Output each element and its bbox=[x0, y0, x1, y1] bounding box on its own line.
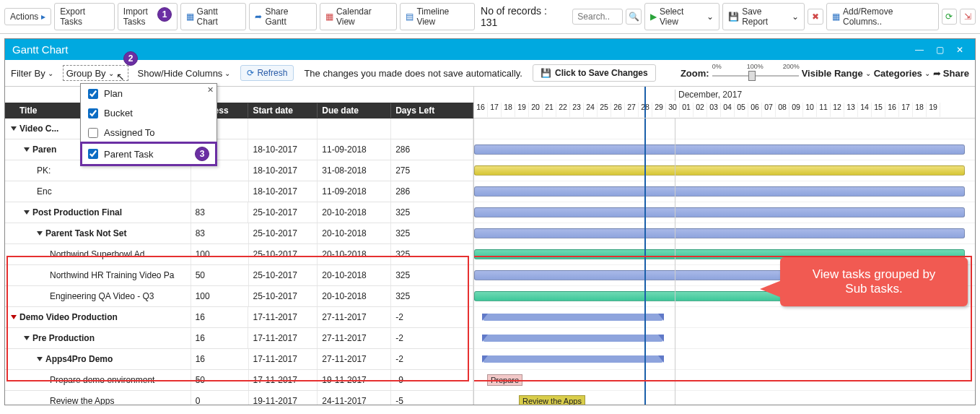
minimize-button[interactable]: — bbox=[911, 44, 927, 56]
expand-caret-icon[interactable] bbox=[24, 336, 30, 340]
refresh-button[interactable]: ⟳ Refresh bbox=[240, 65, 294, 81]
grid-row[interactable]: Enc18-10-201711-09-2018286 bbox=[5, 181, 473, 202]
visible-range-button[interactable]: Visible Range ⌄ bbox=[802, 68, 871, 79]
gantt-bar[interactable] bbox=[474, 165, 965, 176]
grid-row[interactable]: Parent Task Not Set8325-10-201720-10-201… bbox=[5, 223, 473, 244]
timeline-day: 07 bbox=[762, 103, 776, 117]
refresh-icon-button[interactable]: ⟳ bbox=[942, 9, 958, 25]
timeline-day: 06 bbox=[748, 103, 762, 117]
save-changes-button[interactable]: 💾 Click to Save Changes bbox=[533, 64, 656, 82]
grid-row[interactable]: Post Production Final8325-10-201720-10-2… bbox=[5, 202, 473, 223]
timeline-day: 16 bbox=[885, 103, 899, 117]
expand-caret-icon[interactable] bbox=[11, 315, 17, 319]
share-gantt-button[interactable]: ➦ Share Gantt bbox=[249, 3, 317, 30]
bucket-checkbox[interactable] bbox=[88, 108, 98, 118]
zoom-thumb[interactable] bbox=[748, 71, 756, 81]
grid-row[interactable]: PK:18-10-201731-08-2018275 bbox=[5, 160, 473, 181]
task-label[interactable]: Review the Apps bbox=[519, 395, 585, 405]
share-gantt-label: Share Gantt bbox=[265, 7, 311, 27]
col-due[interactable]: Due date bbox=[318, 103, 391, 118]
save-icon: 💾 bbox=[541, 68, 551, 78]
grid-row[interactable]: Pre Production1617-11-201727-11-2017-2 bbox=[5, 328, 473, 349]
cell-title: Engineering QA Video - Q3 bbox=[5, 286, 191, 306]
dropdown-item-assigned-to[interactable]: Assigned To bbox=[81, 123, 216, 142]
row-title: Paren bbox=[32, 145, 56, 155]
timeline-day: 12 bbox=[831, 103, 844, 117]
timeline-row bbox=[474, 223, 975, 244]
add-remove-columns-button[interactable]: ▦ Add/Remove Columns.. bbox=[826, 3, 939, 30]
grid-row[interactable]: Northwind HR Training Video Pa5025-10-20… bbox=[5, 265, 473, 286]
today-line-body bbox=[644, 118, 646, 405]
expand-caret-icon[interactable] bbox=[11, 126, 17, 131]
expand-caret-icon[interactable] bbox=[37, 231, 43, 236]
grid-row[interactable]: Northwind Superbowl Ad10025-10-201720-10… bbox=[5, 244, 473, 265]
grid-pane: Title ..ogress Start date Due date Days … bbox=[5, 87, 474, 405]
grid-row[interactable]: Apps4Pro Demo1617-11-201727-11-2017-2 bbox=[5, 349, 473, 370]
dropdown-item-parent-task[interactable]: Parent Task 3 bbox=[81, 142, 216, 165]
share-icon: ➦ bbox=[255, 12, 262, 22]
show-hide-columns-button[interactable]: Show/Hide Columns ⌄ bbox=[138, 68, 231, 79]
cell-due: 27-11-2017 bbox=[318, 307, 391, 327]
gantt-bar[interactable] bbox=[483, 355, 663, 363]
cell-title: Northwind HR Training Video Pa bbox=[5, 265, 191, 285]
share-label: Share bbox=[943, 68, 969, 79]
expand-caret-icon[interactable] bbox=[37, 357, 43, 361]
search-button[interactable]: 🔍 bbox=[626, 9, 642, 25]
row-title: Enc bbox=[37, 186, 52, 197]
gantt-bar[interactable] bbox=[483, 335, 663, 342]
task-label[interactable]: Prepare bbox=[487, 374, 522, 386]
grid-row[interactable]: Paren18-10-201711-09-2018286 bbox=[5, 139, 473, 160]
cell-days: 275 bbox=[391, 160, 473, 181]
select-view-button[interactable]: ▶ Select View ⌄ bbox=[644, 3, 719, 30]
gantt-bar[interactable] bbox=[483, 314, 663, 321]
cell-progress: 16 bbox=[191, 307, 249, 327]
categories-button[interactable]: Categories ⌄ bbox=[874, 68, 930, 79]
month-line bbox=[675, 118, 675, 405]
plan-checkbox[interactable] bbox=[88, 89, 98, 99]
grid-row[interactable]: Prepare demo environment5017-11-201719-1… bbox=[5, 370, 473, 391]
maximize-button[interactable]: ▢ bbox=[932, 44, 948, 56]
badge-3: 3 bbox=[195, 147, 209, 161]
timeline-day: 17 bbox=[899, 103, 913, 117]
zoom-slider[interactable]: 0% 100% 200% bbox=[712, 64, 799, 82]
gantt-bar[interactable] bbox=[474, 186, 965, 197]
expand-caret-icon[interactable] bbox=[24, 210, 30, 215]
parent-task-checkbox[interactable] bbox=[88, 149, 98, 159]
close-button[interactable]: ✕ bbox=[952, 44, 968, 56]
grid-row[interactable]: Review the Apps019-11-201724-11-2017-5 bbox=[5, 391, 473, 405]
gantt-bar[interactable] bbox=[474, 228, 965, 238]
export-tasks-button[interactable]: Export Tasks bbox=[54, 3, 114, 30]
gantt-bar[interactable] bbox=[474, 145, 965, 155]
group-by-button[interactable]: Group By ⌄ ↖ bbox=[64, 66, 128, 80]
chevron-down-icon: ⌄ bbox=[706, 12, 714, 22]
timeline-day: 19 bbox=[927, 103, 940, 117]
col-start[interactable]: Start date bbox=[248, 103, 318, 118]
dropdown-item-bucket[interactable]: Bucket bbox=[81, 103, 216, 123]
filter-by-button[interactable]: Filter By ⌄ bbox=[11, 68, 53, 79]
dropdown-close[interactable]: ✕ bbox=[207, 85, 214, 95]
gantt-bar[interactable] bbox=[474, 207, 965, 217]
delete-report-button[interactable]: ✖ bbox=[808, 9, 823, 25]
save-report-button[interactable]: 💾 Save Report ⌄ bbox=[722, 3, 805, 30]
calendar-view-button[interactable]: ▦ Calendar View bbox=[320, 3, 397, 30]
timeline-day: 05 bbox=[735, 103, 748, 117]
expand-caret-icon[interactable] bbox=[24, 147, 30, 152]
cell-due: 19-11-2017 bbox=[318, 370, 391, 390]
grid-row[interactable]: Demo Video Production1617-11-201727-11-2… bbox=[5, 307, 473, 328]
timeline-view-button[interactable]: ▤ Timeline View bbox=[400, 3, 475, 30]
col-days[interactable]: Days Left bbox=[391, 103, 473, 118]
export-icon-button[interactable]: ⇲ bbox=[960, 9, 976, 25]
timeline-day: 24 bbox=[584, 103, 598, 117]
assigned-to-checkbox[interactable] bbox=[88, 128, 98, 138]
cell-start: 18-10-2017 bbox=[248, 139, 318, 160]
grid-row[interactable]: Video C... bbox=[5, 118, 473, 139]
gantt-chart-button[interactable]: ▦ Gantt Chart bbox=[180, 3, 247, 30]
grid-row[interactable]: Engineering QA Video - Q310025-10-201720… bbox=[5, 286, 473, 307]
search-input[interactable] bbox=[572, 9, 623, 25]
filter-label: Filter By bbox=[11, 68, 45, 79]
dropdown-item-plan[interactable]: Plan bbox=[81, 84, 216, 103]
share-button[interactable]: ➦ Share bbox=[933, 68, 969, 79]
cell-days: 325 bbox=[391, 244, 473, 264]
cell-due: 27-11-2017 bbox=[318, 328, 391, 348]
actions-button[interactable]: Actions ▸ bbox=[4, 8, 51, 25]
